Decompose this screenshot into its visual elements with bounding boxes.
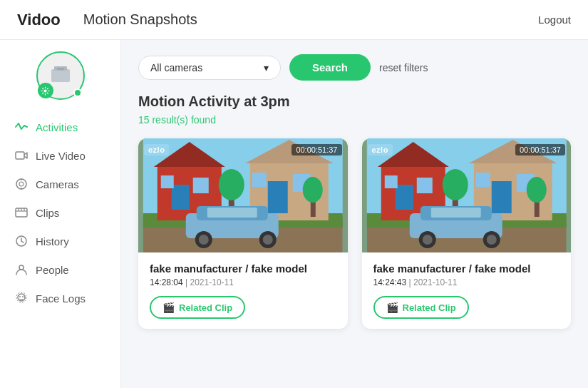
app-header: Vidoo Motion Snapshots Logout bbox=[0, 0, 588, 40]
svg-point-36 bbox=[303, 177, 323, 203]
filter-bar: All cameras ▾ Search reset filters bbox=[138, 54, 571, 81]
card-2-camera-badge: ezlo bbox=[368, 144, 393, 155]
main-content: All cameras ▾ Search reset filters Motio… bbox=[121, 40, 588, 388]
svg-point-40 bbox=[199, 235, 209, 245]
svg-rect-30 bbox=[268, 181, 288, 213]
camera-select[interactable]: All cameras ▾ bbox=[138, 56, 281, 80]
card-1-time: 14:28:04 bbox=[150, 277, 183, 287]
card-1-date: 2021-10-11 bbox=[190, 277, 234, 287]
svg-rect-25 bbox=[172, 185, 190, 210]
activities-label: Activities bbox=[36, 121, 78, 133]
history-label: History bbox=[36, 235, 69, 247]
app-logo: Vidoo bbox=[17, 11, 61, 29]
svg-point-64 bbox=[422, 235, 432, 245]
svg-point-66 bbox=[486, 235, 496, 245]
card-2-title: fake manufacturer / fake model bbox=[373, 262, 560, 275]
card-2-time: 14:24:43 bbox=[373, 277, 407, 287]
related-clip-button-2[interactable]: 🎬 Related Clip bbox=[373, 296, 469, 319]
film-icon-1: 🎬 bbox=[163, 302, 175, 313]
card-2-body: fake manufacturer / fake model 14:24:43 … bbox=[362, 252, 572, 329]
sidebar-item-history[interactable]: History bbox=[0, 227, 120, 255]
face-logs-label: Face Logs bbox=[36, 292, 86, 305]
section-title: Motion Activity at 3pm bbox=[138, 93, 571, 110]
svg-rect-32 bbox=[252, 173, 267, 187]
gear-icon bbox=[41, 86, 50, 96]
svg-rect-67 bbox=[430, 208, 480, 218]
card-image-1: ezlo 00:00:51:37 bbox=[138, 138, 348, 252]
card-2-time-badge: 00:00:51:37 bbox=[515, 144, 565, 155]
sidebar-item-face-logs[interactable]: Face Logs bbox=[0, 284, 120, 312]
related-clip-label-2: Related Clip bbox=[403, 302, 456, 313]
cards-grid: ezlo 00:00:51:37 fake manufacturer / fak… bbox=[138, 138, 571, 329]
svg-rect-4 bbox=[16, 152, 24, 159]
svg-rect-49 bbox=[395, 185, 413, 210]
svg-point-5 bbox=[16, 179, 26, 189]
card-1-title: fake manufacturer / fake model bbox=[150, 262, 336, 275]
svg-point-34 bbox=[219, 169, 244, 200]
related-clip-label-1: Related Clip bbox=[179, 302, 232, 313]
search-button[interactable]: Search bbox=[289, 54, 371, 81]
activities-icon bbox=[14, 120, 29, 134]
svg-point-15 bbox=[19, 265, 24, 270]
live-video-label: Live Video bbox=[36, 150, 86, 162]
svg-rect-50 bbox=[416, 178, 432, 193]
svg-rect-51 bbox=[384, 175, 397, 188]
card-2-meta: 14:24:43 | 2021-10-11 bbox=[373, 277, 560, 287]
card-image-2: ezlo 00:00:51:37 bbox=[362, 138, 572, 252]
card-thumbnail-2 bbox=[362, 138, 572, 252]
card-2-date: 2021-10-11 bbox=[413, 277, 457, 287]
related-clip-button-1[interactable]: 🎬 Related Clip bbox=[150, 296, 245, 319]
people-icon bbox=[14, 262, 29, 277]
card-1-body: fake manufacturer / fake model 14:28:04 … bbox=[138, 252, 348, 329]
svg-rect-2 bbox=[57, 68, 64, 70]
svg-point-60 bbox=[526, 177, 546, 203]
card-1-meta: 14:28:04 | 2021-10-11 bbox=[150, 277, 336, 287]
motion-card-2: ezlo 00:00:51:37 fake manufacturer / fak… bbox=[362, 138, 572, 329]
face-logs-icon bbox=[14, 291, 29, 305]
live-video-icon bbox=[14, 148, 29, 163]
motion-card-1: ezlo 00:00:51:37 fake manufacturer / fak… bbox=[138, 138, 348, 329]
svg-rect-54 bbox=[491, 181, 511, 213]
clips-label: Clips bbox=[36, 207, 59, 219]
avatar bbox=[36, 51, 85, 100]
svg-point-42 bbox=[263, 235, 273, 245]
online-indicator bbox=[73, 88, 82, 97]
svg-point-19 bbox=[22, 296, 24, 297]
logout-button[interactable]: Logout bbox=[538, 14, 571, 26]
sidebar: Activities Live Video Cameras bbox=[0, 40, 121, 388]
reset-filters-link[interactable]: reset filters bbox=[379, 62, 428, 73]
settings-badge bbox=[38, 83, 53, 98]
main-layout: Activities Live Video Cameras bbox=[0, 40, 588, 388]
svg-point-6 bbox=[19, 182, 24, 186]
sidebar-item-live-video[interactable]: Live Video bbox=[0, 141, 120, 170]
card-thumbnail-1 bbox=[138, 138, 348, 252]
sidebar-item-activities[interactable]: Activities bbox=[0, 113, 120, 141]
history-icon bbox=[14, 234, 29, 248]
sidebar-item-people[interactable]: People bbox=[0, 255, 120, 284]
clips-icon bbox=[14, 205, 29, 220]
camera-select-value: All cameras bbox=[150, 62, 202, 73]
svg-rect-27 bbox=[161, 175, 174, 188]
svg-point-58 bbox=[442, 169, 468, 200]
svg-rect-43 bbox=[207, 208, 257, 218]
card-1-camera-badge: ezlo bbox=[144, 144, 169, 155]
chevron-down-icon: ▾ bbox=[264, 62, 269, 73]
cameras-icon bbox=[14, 177, 29, 191]
card-1-time-badge: 00:00:51:37 bbox=[292, 144, 341, 155]
cameras-label: Cameras bbox=[36, 178, 79, 190]
svg-point-18 bbox=[19, 296, 21, 297]
sidebar-item-clips[interactable]: Clips bbox=[0, 198, 120, 227]
film-icon-2: 🎬 bbox=[386, 302, 398, 313]
svg-rect-26 bbox=[193, 178, 209, 193]
svg-rect-0 bbox=[51, 69, 70, 82]
svg-rect-56 bbox=[475, 173, 490, 187]
sidebar-item-cameras[interactable]: Cameras bbox=[0, 170, 120, 198]
results-count: 15 result(s) found bbox=[138, 114, 571, 126]
svg-point-3 bbox=[44, 89, 47, 92]
people-label: People bbox=[36, 264, 69, 276]
page-title: Motion Snapshots bbox=[83, 11, 538, 28]
